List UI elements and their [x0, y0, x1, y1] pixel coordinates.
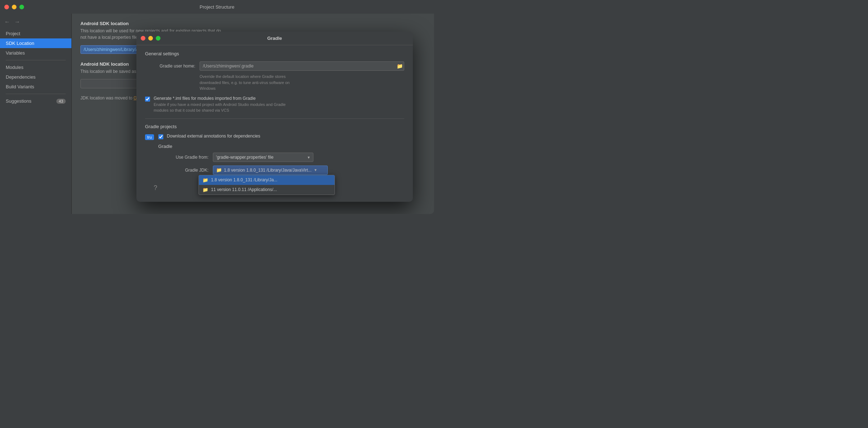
- gradle-override-desc: Override the default location where Grad…: [200, 74, 404, 92]
- download-annotations-checkbox[interactable]: [158, 134, 163, 139]
- suggestions-badge: 43: [56, 99, 66, 104]
- main-traffic-lights: [4, 5, 24, 9]
- sidebar-item-build-variants[interactable]: Build Variants: [0, 82, 71, 92]
- back-button[interactable]: ←: [3, 18, 11, 26]
- gradle-jdk-label: Gradle JDK:: [158, 168, 209, 173]
- gradle-user-home-input[interactable]: [200, 61, 404, 71]
- jdk-option-2-icon: 📁: [202, 187, 208, 192]
- download-annotations-label: Download external annotations for depend…: [167, 134, 260, 139]
- jdk-option-1-icon: 📁: [202, 177, 208, 183]
- sidebar-item-dependencies[interactable]: Dependencies: [0, 72, 71, 82]
- sidebar-divider-1: [6, 60, 66, 60]
- sidebar-divider-2: [6, 94, 66, 94]
- jdk-dropdown-arrow-icon: ▼: [314, 168, 317, 172]
- main-close-button[interactable]: [4, 5, 9, 9]
- gradle-modal-title: Gradle: [267, 36, 282, 41]
- forward-button[interactable]: →: [13, 18, 22, 26]
- gradle-divider: [145, 118, 404, 119]
- gradle-user-home-input-wrap: 📁: [200, 61, 404, 71]
- main-window-title: Project Structure: [200, 4, 234, 10]
- generate-iml-row: Generate *.iml files for modules importe…: [145, 96, 404, 113]
- gradle-jdk-value: 1.8 version 1.8.0_131 /Library/Java/Java…: [224, 168, 312, 173]
- sidebar-item-project[interactable]: Project: [0, 29, 71, 38]
- use-gradle-from-row: Use Gradle from: 'gradle-wrapper.propert…: [158, 153, 328, 162]
- use-gradle-from-label: Use Gradle from:: [158, 155, 209, 160]
- jdk-folder-icon: 📁: [216, 167, 222, 173]
- generate-iml-sub-label: Enable if you have a mixed project with …: [154, 102, 286, 113]
- use-gradle-from-select[interactable]: 'gradle-wrapper.properties' file Specifi…: [213, 153, 313, 162]
- sidebar-item-suggestions[interactable]: Suggestions 43: [0, 96, 71, 106]
- gradle-maximize-button[interactable]: [156, 36, 160, 41]
- sidebar-item-modules[interactable]: Modules: [0, 62, 71, 72]
- gradle-help-button[interactable]: ?: [154, 184, 157, 192]
- jdk-option-1[interactable]: 📁 1.8 version 1.8.0_131 /Library/Ja...: [199, 175, 335, 185]
- general-settings-title: General settings: [145, 51, 404, 56]
- gradle-jdk-input[interactable]: 📁 1.8 version 1.8.0_131 /Library/Java/Ja…: [213, 166, 328, 175]
- gradle-minimize-button[interactable]: [148, 36, 153, 41]
- generate-iml-labels: Generate *.iml files for modules importe…: [154, 96, 286, 113]
- gradle-traffic-lights: [141, 36, 160, 41]
- gradle-user-home-folder-btn[interactable]: 📁: [397, 63, 403, 69]
- gradle-title-bar: Gradle: [136, 32, 413, 45]
- gradle-modal: Gradle General settings Gradle user home…: [136, 32, 413, 202]
- gradle-body: General settings Gradle user home: 📁 Ove…: [136, 45, 413, 202]
- gradle-jdk-dropdown: 📁 1.8 version 1.8.0_131 /Library/Ja... 📁…: [199, 175, 335, 195]
- jdk-option-1-label: 1.8 version 1.8.0_131 /Library/Ja...: [211, 177, 277, 182]
- sidebar-nav: ← →: [0, 17, 71, 29]
- gradle-user-home-label: Gradle user home:: [145, 64, 195, 69]
- sidebar: ← → Project SDK Location Variables Modul…: [0, 14, 72, 214]
- gradle-jdk-row: Gradle JDK: 📁 1.8 version 1.8.0_131 /Lib…: [158, 166, 328, 175]
- main-minimize-button[interactable]: [12, 5, 17, 9]
- jdk-option-2-label: 11 version 11.0.11 /Applications/...: [211, 187, 277, 192]
- gradle-close-button[interactable]: [141, 36, 145, 41]
- project-tag: tru: [145, 134, 154, 140]
- generate-iml-main-label: Generate *.iml files for modules importe…: [154, 96, 286, 101]
- sidebar-item-variables[interactable]: Variables: [0, 48, 71, 58]
- main-window: Project Structure ← → Project SDK Locati…: [0, 0, 434, 214]
- main-maximize-button[interactable]: [19, 5, 24, 9]
- gradle-subsection: Gradle Use Gradle from: 'gradle-wrapper.…: [158, 144, 328, 178]
- gradle-projects-title: Gradle projects: [145, 124, 404, 129]
- gradle-sub-header: Gradle: [158, 144, 328, 149]
- projects-checkboxes: Download external annotations for depend…: [158, 134, 328, 178]
- use-gradle-from-select-wrap: 'gradle-wrapper.properties' file Specifi…: [213, 153, 313, 162]
- android-sdk-title: Android SDK location: [80, 21, 425, 26]
- generate-iml-checkbox[interactable]: [145, 97, 150, 102]
- gradle-user-home-row: Gradle user home: 📁: [145, 61, 404, 71]
- jdk-option-2[interactable]: 📁 11 version 11.0.11 /Applications/...: [199, 185, 335, 195]
- projects-row: tru Download external annotations for de…: [145, 134, 404, 178]
- main-title-bar: Project Structure: [0, 0, 434, 14]
- sidebar-item-sdk-location[interactable]: SDK Location: [0, 38, 71, 48]
- download-annotations-row: Download external annotations for depend…: [158, 134, 328, 139]
